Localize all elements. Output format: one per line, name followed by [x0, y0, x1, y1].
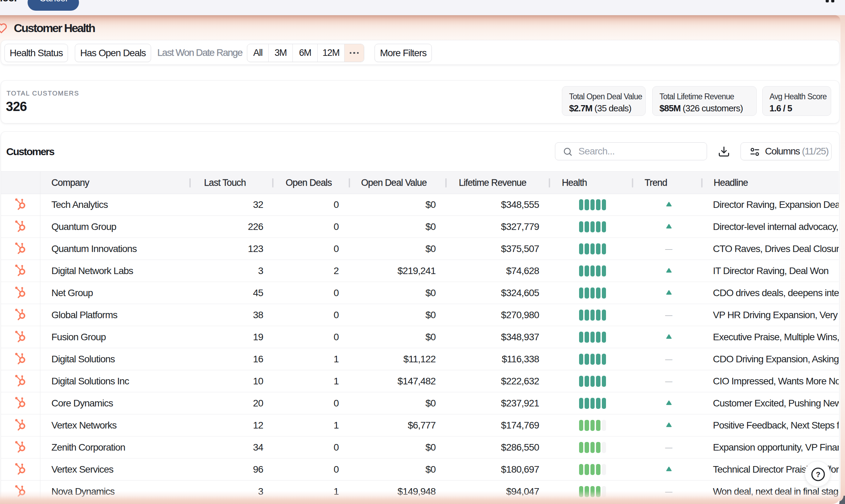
- svg-text:?: ?: [816, 470, 820, 478]
